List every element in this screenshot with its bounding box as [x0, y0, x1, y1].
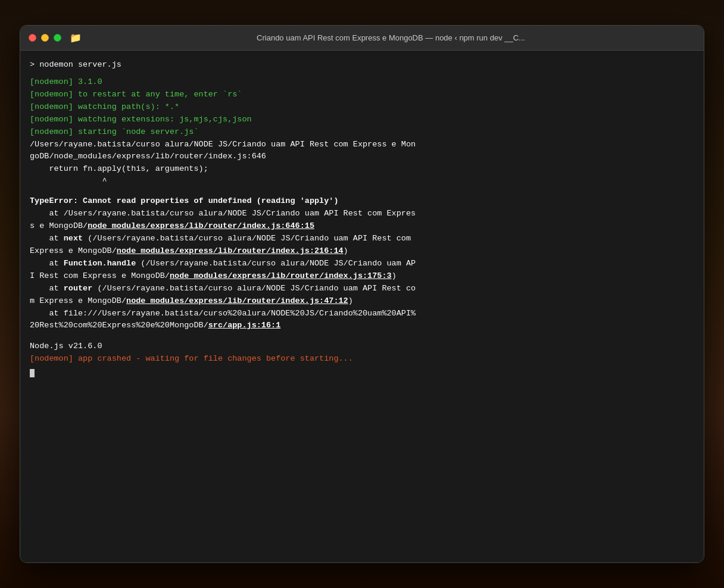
terminal-cursor-line: [30, 368, 694, 379]
window-title: Criando uam API Rest com Express e Mongo…: [86, 33, 695, 42]
stack-trace-2: at next (/Users/rayane.batista/curso alu…: [30, 233, 694, 258]
stack-trace-1: at /Users/rayane.batista/curso alura/NOD…: [30, 208, 694, 233]
terminal-window: 📁 Criando uam API Rest com Express e Mon…: [20, 25, 704, 563]
minimize-button[interactable]: [41, 34, 49, 42]
error-type-line: TypeError: Cannot read properties of und…: [30, 195, 694, 208]
nodemon-version: [nodemon] 3.1.0: [30, 76, 694, 89]
prompt-line: > nodemon server.js: [30, 59, 694, 71]
stack-trace-4: at router (/Users/rayane.batista/curso a…: [30, 283, 694, 308]
stack-trace-3: at Function.handle (/Users/rayane.batist…: [30, 258, 694, 283]
close-button[interactable]: [29, 34, 36, 42]
maximize-button[interactable]: [54, 34, 61, 42]
error-code-line: return fn.apply(this, arguments); ^: [30, 163, 694, 188]
nodemon-watching-paths: [nodemon] watching path(s): *.*: [30, 101, 694, 114]
cursor: [30, 369, 35, 377]
stack-trace-5: at file:///Users/rayane.batista/curso%20…: [30, 308, 694, 333]
title-bar: 📁 Criando uam API Rest com Express e Mon…: [20, 26, 704, 51]
nodemon-crash-line: [nodemon] app crashed - waiting for file…: [30, 353, 694, 365]
nodemon-restart: [nodemon] to restart at any time, enter …: [30, 89, 694, 101]
folder-icon: 📁: [70, 32, 82, 44]
terminal-body[interactable]: > nodemon server.js [nodemon] 3.1.0 [nod…: [20, 51, 704, 562]
error-path-line: /Users/rayane.batista/curso alura/NODE J…: [30, 139, 694, 164]
node-version-line: Node.js v21.6.0: [30, 340, 694, 353]
nodemon-watching-ext: [nodemon] watching extensions: js,mjs,cj…: [30, 114, 694, 126]
nodemon-starting: [nodemon] starting `node server.js`: [30, 126, 694, 139]
